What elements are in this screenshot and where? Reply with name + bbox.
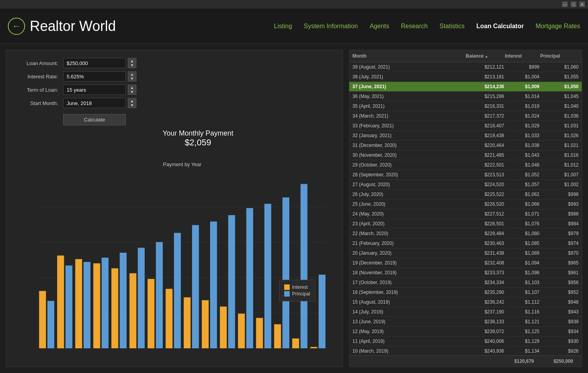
th-principal[interactable]: Principal — [537, 53, 576, 60]
nav-listing[interactable]: Listing — [274, 23, 292, 30]
start-month-input[interactable] — [63, 98, 126, 108]
td-interest: $1,076 — [507, 220, 543, 227]
th-interest[interactable]: Interest — [502, 53, 537, 60]
table-row[interactable]: 30 (November, 2020) $221,485 $1,043 $1,0… — [349, 150, 582, 160]
td-balance: $240,006 — [468, 338, 507, 345]
svg-rect-58 — [319, 275, 326, 348]
td-interest: $1,019 — [507, 103, 543, 110]
loan-amount-label: Loan Amount: — [14, 60, 61, 66]
table-row[interactable]: 12 (May, 2019) $239,072 $1,125 $934 — [349, 327, 582, 337]
table-body[interactable]: 39 (August, 2021) $212,121 $999 $1,060 3… — [349, 62, 582, 355]
table-row[interactable]: 18 (November, 2019) $233,373 $1,098 $961 — [349, 268, 582, 278]
table-row[interactable]: 17 (October, 2019) $234,334 $1,103 $956 — [349, 278, 582, 288]
td-balance: $235,290 — [468, 289, 507, 296]
svg-rect-43 — [228, 215, 235, 348]
table-row[interactable]: 28 (September, 2020) $223,513 $1,052 $1,… — [349, 170, 582, 180]
loan-form: Loan Amount: ▲▼ Interest Rate: ▲▼ Term o… — [14, 58, 335, 108]
table-row[interactable]: 24 (May, 2020) $227,512 $1,071 $988 — [349, 209, 582, 219]
svg-rect-42 — [220, 306, 227, 348]
table-row[interactable]: 11 (April, 2019) $240,006 $1,129 $930 — [349, 337, 582, 346]
loan-amount-arrow[interactable]: ▲▼ — [128, 58, 136, 68]
table-row[interactable]: 22 (March, 2020) $229,484 $1,080 $979 — [349, 229, 582, 239]
footer-empty — [349, 358, 463, 365]
svg-rect-24 — [111, 268, 118, 348]
table-row[interactable]: 35 (April, 2021) $216,331 $1,019 $1,040 — [349, 101, 582, 111]
term-input[interactable] — [63, 85, 126, 95]
close-button[interactable]: ✕ — [579, 2, 585, 7]
table-row[interactable]: 16 (September, 2019) $235,290 $1,107 $95… — [349, 288, 582, 297]
nav-system-information[interactable]: System Information — [304, 23, 358, 30]
table-row[interactable]: 25 (June, 2020) $226,520 $1,066 $993 — [349, 199, 582, 209]
td-month: 13 (June, 2019) — [349, 318, 468, 325]
back-button[interactable]: ← — [8, 18, 25, 35]
td-principal: $988 — [543, 210, 582, 217]
calculate-button[interactable]: Calculate — [63, 114, 126, 125]
legend-principal: Principal — [284, 291, 310, 297]
table-row[interactable]: 33 (February, 2021) $218,407 $1,029 $1,0… — [349, 121, 582, 131]
footer-empty2 — [463, 358, 502, 365]
svg-rect-28 — [138, 248, 145, 348]
start-month-arrow[interactable]: ▲▼ — [128, 98, 136, 108]
td-balance: $220,464 — [468, 142, 507, 149]
td-balance: $219,438 — [468, 132, 507, 139]
table-row[interactable]: 13 (June, 2019) $238,133 $1,121 $939 — [349, 317, 582, 327]
interest-rate-label: Interest Rate: — [14, 74, 61, 80]
table-row[interactable]: 37 (June, 2021) $214,236 $1,009 $1,050 — [349, 82, 582, 92]
svg-rect-46 — [246, 208, 253, 348]
td-interest: $1,121 — [507, 318, 543, 325]
nav-agents[interactable]: Agents — [370, 23, 389, 30]
chart-legend: Interest Principal — [279, 280, 315, 301]
td-interest: $1,112 — [507, 299, 543, 306]
interest-rate-arrow[interactable]: ▲▼ — [128, 71, 136, 81]
th-scroll-spacer — [576, 53, 582, 60]
table-row[interactable]: 29 (October, 2020) $222,501 $1,048 $1,01… — [349, 160, 582, 170]
table-row[interactable]: 32 (January, 2021) $219,438 $1,033 $1,02… — [349, 131, 582, 141]
td-principal: $1,007 — [543, 171, 582, 178]
table-row[interactable]: 39 (August, 2021) $212,121 $999 $1,060 — [349, 62, 582, 72]
app-title: Realtor World — [30, 18, 116, 34]
nav-mortgage-rates[interactable]: Mortgage Rates — [535, 23, 580, 30]
table-row[interactable]: 21 (February, 2020) $230,463 $1,085 $974 — [349, 239, 582, 248]
nav-statistics[interactable]: Statistics — [439, 23, 465, 30]
td-principal: $1,045 — [543, 93, 582, 100]
table-row[interactable]: 26 (July, 2020) $225,522 $1,062 $998 — [349, 190, 582, 199]
maximize-button[interactable]: □ — [571, 2, 576, 7]
interest-rate-input[interactable] — [63, 71, 126, 81]
nav-research[interactable]: Research — [401, 23, 428, 30]
td-balance: $218,407 — [468, 122, 507, 129]
term-arrow[interactable]: ▲▼ — [128, 85, 136, 95]
svg-rect-16 — [65, 266, 73, 349]
td-month: 39 (August, 2021) — [349, 63, 468, 71]
table-row[interactable]: 10 (March, 2019) $240,936 $1,134 $926 — [349, 346, 582, 355]
table-row[interactable]: 15 (August, 2019) $236,242 $1,112 $948 — [349, 297, 582, 307]
td-balance: $233,373 — [468, 269, 507, 276]
table-row[interactable]: 34 (March, 2021) $217,372 $1,024 $1,036 — [349, 111, 582, 121]
table-row[interactable]: 20 (January, 2020) $231,438 $1,089 $970 — [349, 248, 582, 258]
svg-rect-19 — [83, 262, 91, 348]
term-label: Term of Loan: — [14, 87, 61, 93]
svg-rect-33 — [166, 289, 173, 348]
nav-loan-calculator[interactable]: Loan Calculator — [476, 23, 524, 30]
td-month: 34 (March, 2021) — [349, 112, 468, 120]
td-balance: $227,512 — [468, 210, 507, 217]
td-month: 35 (April, 2021) — [349, 103, 468, 110]
td-interest: $1,098 — [507, 269, 543, 276]
td-principal: $1,036 — [543, 112, 582, 120]
minimize-button[interactable]: — — [562, 2, 568, 7]
table-row[interactable]: 14 (July, 2019) $237,190 $1,116 $943 — [349, 307, 582, 317]
loan-amount-input[interactable] — [63, 58, 126, 68]
td-month: 11 (April, 2019) — [349, 338, 468, 345]
table-row[interactable]: 36 (May, 2021) $215,286 $1,014 $1,045 — [349, 92, 582, 101]
td-month: 32 (January, 2021) — [349, 132, 468, 139]
th-balance[interactable]: Balance — [463, 53, 502, 60]
td-interest: $1,085 — [507, 240, 543, 247]
table-row[interactable]: 31 (December, 2020) $220,464 $1,038 $1,0… — [349, 141, 582, 150]
table-row[interactable]: 19 (December, 2019) $232,408 $1,094 $965 — [349, 258, 582, 268]
table-row[interactable]: 23 (April, 2020) $228,501 $1,076 $984 — [349, 219, 582, 229]
td-balance: $238,133 — [468, 318, 507, 325]
main-content: Loan Amount: ▲▼ Interest Rate: ▲▼ Term o… — [0, 44, 588, 373]
table-row[interactable]: 38 (July, 2021) $213,181 $1,004 $1,055 — [349, 72, 582, 82]
td-interest: $1,134 — [507, 348, 543, 355]
table-row[interactable]: 27 (August, 2020) $224,520 $1,057 $1,002 — [349, 180, 582, 190]
chart-area: 0 5000 10000 15000 20000 25000 201820192… — [38, 171, 327, 348]
